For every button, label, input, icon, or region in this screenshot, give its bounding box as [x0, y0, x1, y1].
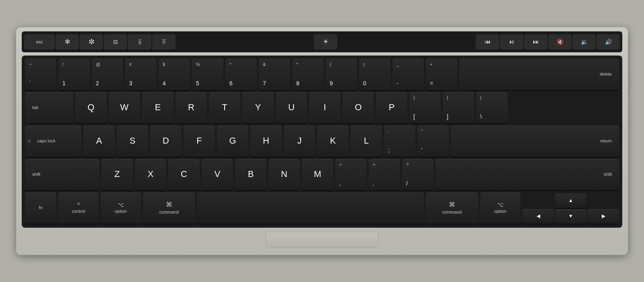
key-arrow-up[interactable]: ▲ [555, 193, 586, 208]
key-j[interactable]: J [284, 126, 315, 157]
key-a[interactable]: A [83, 126, 115, 157]
key-return[interactable]: return [451, 126, 619, 157]
key-display-brightness[interactable]: ☀ [314, 34, 337, 49]
key-volume-up[interactable]: 🔊 [597, 34, 620, 49]
brightness-down-icon: ✻ [65, 38, 70, 45]
keyboard-chassis: esc ✻ ✼ ⊟ ⣿ ⠿ ☀ ⏮ ⏯ ⏭ 🔇 [16, 27, 628, 255]
key-brightness-up[interactable]: ✼ [80, 34, 103, 49]
key-y[interactable]: Y [242, 92, 274, 124]
row-qwerty: tab Q W E R T Y U I O P {[ }] |\ [25, 92, 619, 124]
key-5[interactable]: %5 [192, 59, 223, 90]
key-u[interactable]: U [276, 92, 307, 124]
key-fast-forward[interactable]: ⏭ [524, 34, 547, 49]
key-arrow-down[interactable]: ▼ [555, 209, 586, 224]
control-label: control [72, 209, 85, 214]
key-s[interactable]: S [117, 126, 148, 157]
volume-up-icon: 🔊 [605, 39, 612, 45]
option-right-symbol: ⌥ [497, 202, 504, 208]
key-delete[interactable]: delete [459, 59, 619, 90]
caps-lock-indicator [28, 140, 31, 142]
key-command-right[interactable]: ⌘ command [426, 192, 478, 224]
key-shift-right[interactable]: shift [436, 159, 619, 190]
arrow-lr-row: ◀ ▼ ▶ [522, 209, 619, 224]
arrow-right-icon: ▶ [602, 213, 605, 219]
key-l[interactable]: L [351, 126, 382, 157]
key-tilde[interactable]: ~` [25, 59, 56, 90]
key-f[interactable]: F [184, 126, 215, 157]
trackpad[interactable] [266, 232, 378, 248]
arrow-up-row: ▲ [522, 193, 619, 208]
row-asdf: caps lock A S D F G H J K L :; "' return [25, 126, 619, 157]
key-option-right[interactable]: ⌥ option [480, 192, 520, 224]
key-w[interactable]: W [109, 92, 140, 124]
key-rewind[interactable]: ⏮ [476, 34, 499, 49]
key-equals[interactable]: += [426, 59, 457, 90]
key-minus[interactable]: _- [392, 59, 424, 90]
key-i[interactable]: I [309, 92, 341, 124]
command-left-label: command [159, 210, 179, 215]
key-semicolon[interactable]: :; [384, 126, 415, 157]
key-3[interactable]: #3 [125, 59, 157, 90]
key-tab[interactable]: tab [25, 92, 73, 124]
key-x[interactable]: X [135, 159, 166, 190]
key-q[interactable]: Q [75, 92, 107, 124]
key-v[interactable]: V [202, 159, 233, 190]
option-right-label: option [494, 209, 506, 214]
key-g[interactable]: G [217, 126, 248, 157]
row-numbers: ~` !1 @2 #3 $4 %5 ^6 &7 *8 (9 )0 _- += d… [25, 59, 619, 90]
key-quote[interactable]: "' [417, 126, 449, 157]
key-n[interactable]: N [268, 159, 300, 190]
row-modifiers: fn ^ control ⌥ option ⌘ command [25, 192, 619, 224]
key-p[interactable]: P [376, 92, 407, 124]
key-option-left[interactable]: ⌥ option [101, 192, 141, 224]
key-t[interactable]: T [209, 92, 240, 124]
key-kb-brightness-down[interactable]: ⠿ [152, 34, 175, 49]
key-1[interactable]: !1 [58, 59, 90, 90]
key-launchpad[interactable]: ⣿ [128, 34, 151, 49]
mission-control-icon: ⊟ [113, 39, 118, 45]
key-2[interactable]: @2 [92, 59, 123, 90]
key-4[interactable]: $4 [159, 59, 190, 90]
key-command-left[interactable]: ⌘ command [143, 192, 195, 224]
key-period[interactable]: >. [369, 159, 400, 190]
key-mute[interactable]: 🔇 [548, 34, 572, 49]
key-o[interactable]: O [343, 92, 374, 124]
key-8[interactable]: *8 [292, 59, 324, 90]
key-spacebar[interactable] [197, 192, 424, 224]
key-shift-left[interactable]: shift [25, 159, 99, 190]
key-play-pause[interactable]: ⏯ [500, 34, 523, 49]
touch-bar: esc ✻ ✼ ⊟ ⣿ ⠿ ☀ ⏮ ⏯ ⏭ 🔇 [22, 31, 622, 52]
key-e[interactable]: E [142, 92, 173, 124]
key-c[interactable]: C [168, 159, 200, 190]
key-bracket-close[interactable]: }] [443, 92, 474, 124]
key-pipe[interactable]: |\ [476, 92, 508, 124]
key-esc[interactable]: esc [24, 34, 55, 49]
key-d[interactable]: D [150, 126, 182, 157]
key-b[interactable]: B [235, 159, 266, 190]
option-left-label: option [115, 209, 127, 214]
key-brightness-down[interactable]: ✻ [56, 34, 79, 49]
display-brightness-icon: ☀ [323, 38, 328, 45]
key-6[interactable]: ^6 [225, 59, 257, 90]
key-z[interactable]: Z [101, 159, 133, 190]
key-7[interactable]: &7 [259, 59, 290, 90]
key-slash[interactable]: ?/ [402, 159, 433, 190]
key-caps-lock[interactable]: caps lock [25, 126, 81, 157]
arrow-left-icon: ◀ [537, 213, 540, 219]
key-k[interactable]: K [317, 126, 349, 157]
key-h[interactable]: H [250, 126, 282, 157]
key-m[interactable]: M [302, 159, 333, 190]
key-mission-control[interactable]: ⊟ [104, 34, 127, 49]
key-arrow-right[interactable]: ▶ [588, 209, 619, 224]
key-control[interactable]: ^ control [58, 192, 99, 224]
key-bracket-open[interactable]: {[ [409, 92, 441, 124]
key-fn[interactable]: fn [25, 192, 56, 224]
key-comma[interactable]: <, [335, 159, 367, 190]
key-9[interactable]: (9 [326, 59, 357, 90]
key-0[interactable]: )0 [359, 59, 390, 90]
key-arrow-left[interactable]: ◀ [522, 209, 554, 224]
key-volume-down[interactable]: 🔉 [572, 34, 596, 49]
rewind-icon: ⏮ [485, 38, 491, 45]
key-r[interactable]: R [175, 92, 207, 124]
brightness-up-icon: ✼ [89, 37, 95, 46]
